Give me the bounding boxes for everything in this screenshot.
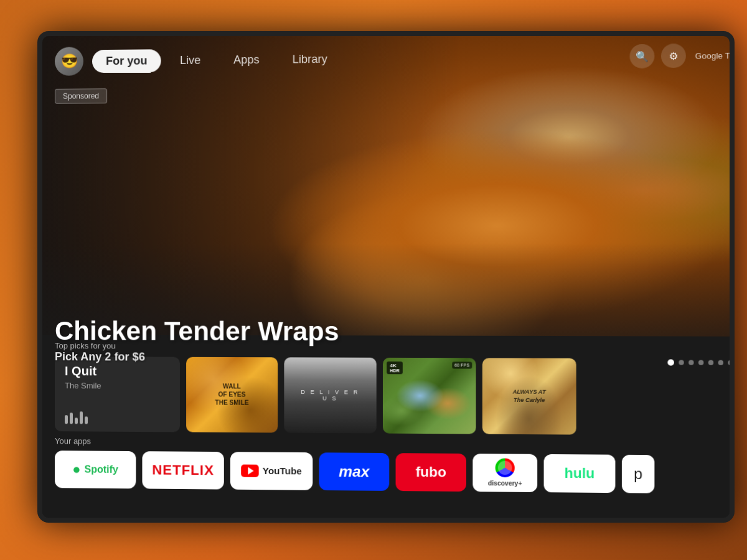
hero-content: Chicken Tender Wraps Pick Any 2 for $6 xyxy=(55,317,339,365)
music-bar-5 xyxy=(85,416,88,424)
hulu-label: hulu xyxy=(565,465,594,482)
carousel-dot-1[interactable] xyxy=(667,360,674,366)
user-avatar[interactable]: 😎 xyxy=(55,47,83,75)
media-card-carlyle[interactable]: ALWAYS ATThe Carlyle xyxy=(482,358,576,434)
max-label: max xyxy=(339,463,369,481)
music-bars xyxy=(65,410,170,424)
app-fubo[interactable]: fubo xyxy=(396,453,466,492)
music-bar-3 xyxy=(75,418,78,424)
nav-right: 🔍 ⚙ Google TV xyxy=(630,43,730,68)
media-card-wall-of-eyes[interactable]: WALLOF EYESTHE SMILE xyxy=(186,357,278,433)
peacock-label: p xyxy=(634,465,642,483)
carlyle-text: ALWAYS ATThe Carlyle xyxy=(513,388,546,404)
app-hulu[interactable]: hulu xyxy=(544,454,616,493)
music-bar-1 xyxy=(65,415,68,424)
nav-item-live[interactable]: Live xyxy=(166,49,215,72)
apps-row: ● Spotify NETFLIX YouTube xyxy=(55,450,730,494)
app-peacock[interactable]: p xyxy=(622,455,654,493)
search-button[interactable]: 🔍 xyxy=(630,44,655,68)
nav-item-for-you[interactable]: For you xyxy=(92,49,161,73)
app-discovery-plus[interactable]: discovery+ xyxy=(472,454,537,492)
carousel-dot-6[interactable] xyxy=(718,360,723,365)
carousel-dot-7[interactable] xyxy=(728,360,730,365)
tv-screen: 😎 For you Live Apps Library 🔍 ⚙ G xyxy=(42,36,730,518)
tv-frame: 😎 For you Live Apps Library 🔍 ⚙ G xyxy=(37,31,735,523)
netflix-label: NETFLIX xyxy=(152,462,214,478)
carousel-dot-3[interactable] xyxy=(688,360,693,365)
media-card-nature[interactable]: 4KHDR 60 FPS xyxy=(383,358,476,434)
now-playing-title: I Quit xyxy=(65,364,170,379)
tv-screen-inner: 😎 For you Live Apps Library 🔍 ⚙ G xyxy=(42,36,730,518)
settings-icon: ⚙ xyxy=(669,50,679,62)
app-max[interactable]: max xyxy=(319,452,390,491)
nav-item-library[interactable]: Library xyxy=(278,47,341,71)
badge-fps: 60 FPS xyxy=(452,362,472,368)
nav-item-apps[interactable]: Apps xyxy=(220,48,273,72)
google-tv-label: Google TV xyxy=(695,50,730,60)
app-youtube[interactable]: YouTube xyxy=(230,452,312,490)
settings-button[interactable]: ⚙ xyxy=(661,44,686,68)
carousel-dots xyxy=(667,360,730,366)
your-apps-label: Your apps xyxy=(55,436,730,450)
sponsored-badge: Sponsored xyxy=(55,88,107,104)
search-icon: 🔍 xyxy=(636,50,649,62)
app-spotify[interactable]: ● Spotify xyxy=(55,450,136,488)
album-art-text: WALLOF EYESTHE SMILE xyxy=(215,383,248,408)
music-bar-4 xyxy=(80,411,83,424)
hero-subtitle: Pick Any 2 for $6 xyxy=(55,350,339,365)
deliver-us-title: D E L I V E RU S xyxy=(301,389,359,402)
now-playing-card[interactable]: I Quit The Smile xyxy=(55,357,180,432)
spotify-logo-icon: ● xyxy=(72,461,80,477)
youtube-play-triangle xyxy=(248,467,253,475)
badge-hdr: HDR xyxy=(390,368,400,373)
now-playing-artist: The Smile xyxy=(65,381,170,391)
nav-items: For you Live Apps Library xyxy=(92,47,341,73)
app-netflix[interactable]: NETFLIX xyxy=(142,451,223,489)
discovery-icon xyxy=(496,459,515,478)
top-navigation: 😎 For you Live Apps Library 🔍 ⚙ G xyxy=(42,40,730,76)
youtube-icon xyxy=(241,464,258,477)
youtube-label: YouTube xyxy=(263,465,302,477)
badge-4k: 4KHDR xyxy=(387,362,403,374)
discovery-label: discovery+ xyxy=(488,480,522,487)
hero-title: Chicken Tender Wraps xyxy=(55,317,339,347)
media-card-deliver-us[interactable]: D E L I V E RU S xyxy=(284,357,376,433)
carousel-dot-4[interactable] xyxy=(698,360,703,365)
spotify-label: Spotify xyxy=(85,464,118,475)
carousel-dot-2[interactable] xyxy=(679,360,684,365)
picks-row: I Quit The Smile xyxy=(55,357,730,436)
music-bar-2 xyxy=(70,413,73,424)
fubo-label: fubo xyxy=(416,464,446,481)
carousel-dot-5[interactable] xyxy=(708,360,713,365)
